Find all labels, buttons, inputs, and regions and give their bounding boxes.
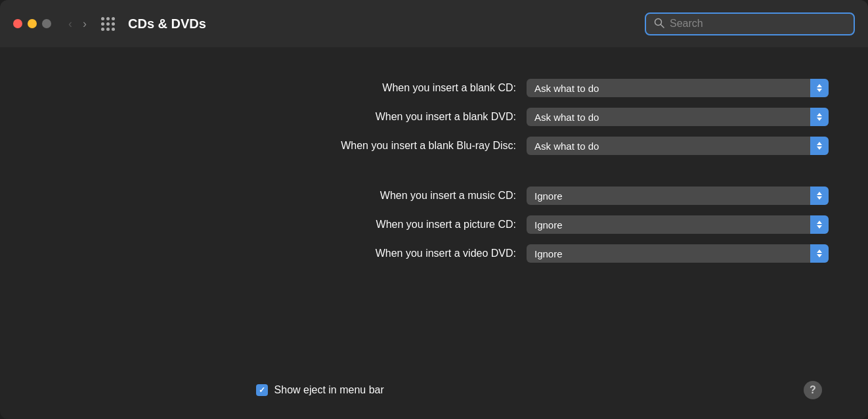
blank-cd-arrow bbox=[810, 79, 829, 97]
setting-label-music-cd: When you insert a music CD: bbox=[293, 190, 516, 202]
chevron-down-icon bbox=[817, 225, 822, 229]
chevron-down-icon bbox=[817, 196, 822, 200]
search-box[interactable] bbox=[645, 12, 855, 35]
dot bbox=[106, 28, 110, 31]
app-grid-dots bbox=[101, 17, 115, 31]
blank-bluray-value: Ask what to do bbox=[527, 141, 810, 152]
blank-dvd-arrow bbox=[810, 108, 829, 126]
checkmark-icon: ✓ bbox=[259, 386, 265, 395]
setting-label-blank-bluray: When you insert a blank Blu-ray Disc: bbox=[293, 140, 516, 152]
main-content: When you insert a blank CD: Ask what to … bbox=[0, 47, 868, 419]
chevron-up-icon bbox=[817, 221, 822, 224]
setting-label-video-dvd: When you insert a video DVD: bbox=[293, 248, 516, 259]
checkbox-row: ✓ Show eject in menu bar bbox=[256, 384, 384, 396]
search-icon bbox=[654, 18, 664, 30]
video-dvd-arrow bbox=[810, 244, 829, 263]
video-dvd-value: Ignore bbox=[527, 248, 810, 259]
svg-line-1 bbox=[661, 24, 664, 28]
picture-cd-arrow bbox=[810, 215, 829, 234]
setting-label-blank-cd: When you insert a blank CD: bbox=[293, 82, 516, 94]
chevron-down-icon bbox=[817, 118, 822, 121]
table-row: When you insert a blank DVD: Ask what to… bbox=[39, 102, 829, 131]
chevron-up-icon bbox=[817, 84, 822, 87]
close-button[interactable] bbox=[13, 19, 22, 28]
table-row: When you insert a picture CD: Ignore bbox=[39, 210, 829, 239]
dot bbox=[106, 22, 110, 26]
music-cd-arrow bbox=[810, 187, 829, 205]
back-button[interactable]: ‹ bbox=[64, 16, 76, 31]
forward-button[interactable]: › bbox=[79, 16, 91, 31]
blank-cd-select[interactable]: Ask what to do bbox=[527, 79, 829, 97]
media-type-group: When you insert a music CD: Ignore When … bbox=[39, 181, 829, 268]
blank-dvd-select[interactable]: Ask what to do bbox=[527, 108, 829, 126]
chevron-down-icon bbox=[817, 254, 822, 257]
nav-arrows: ‹ › bbox=[64, 16, 91, 31]
zoom-button[interactable] bbox=[42, 19, 51, 28]
window-controls bbox=[13, 19, 51, 28]
chevron-up-icon bbox=[817, 250, 822, 253]
blank-media-group: When you insert a blank CD: Ask what to … bbox=[39, 74, 829, 160]
setting-label-picture-cd: When you insert a picture CD: bbox=[293, 219, 516, 231]
dot bbox=[101, 22, 104, 26]
dot bbox=[101, 28, 104, 31]
blank-dvd-value: Ask what to do bbox=[527, 112, 810, 123]
setting-label-blank-dvd: When you insert a blank DVD: bbox=[293, 111, 516, 123]
page-title: CDs & DVDs bbox=[128, 16, 637, 32]
dot bbox=[101, 17, 104, 20]
search-input[interactable] bbox=[670, 18, 846, 30]
grid-icon[interactable] bbox=[101, 17, 115, 31]
chevron-up-icon bbox=[817, 113, 822, 116]
chevron-up-icon bbox=[817, 192, 822, 195]
dot bbox=[112, 17, 115, 20]
dot bbox=[112, 28, 115, 31]
show-eject-checkbox[interactable]: ✓ bbox=[256, 384, 268, 396]
video-dvd-select[interactable]: Ignore bbox=[527, 244, 829, 263]
chevron-down-icon bbox=[817, 89, 822, 92]
music-cd-select[interactable]: Ignore bbox=[527, 187, 829, 205]
table-row: When you insert a video DVD: Ignore bbox=[39, 239, 829, 268]
help-button[interactable]: ? bbox=[804, 381, 822, 399]
chevron-down-icon bbox=[817, 146, 822, 150]
music-cd-value: Ignore bbox=[527, 190, 810, 202]
dot bbox=[112, 22, 115, 26]
blank-cd-value: Ask what to do bbox=[527, 83, 810, 94]
chevron-up-icon bbox=[817, 142, 822, 145]
picture-cd-value: Ignore bbox=[527, 219, 810, 231]
blank-bluray-arrow bbox=[810, 137, 829, 155]
window: ‹ › CDs & DVDs bbox=[0, 0, 868, 419]
dot bbox=[106, 17, 110, 20]
bottom-row: ✓ Show eject in menu bar ? bbox=[39, 381, 829, 399]
blank-bluray-select[interactable]: Ask what to do bbox=[527, 137, 829, 155]
show-eject-label: Show eject in menu bar bbox=[274, 384, 384, 396]
minimize-button[interactable] bbox=[28, 19, 37, 28]
table-row: When you insert a blank CD: Ask what to … bbox=[39, 74, 829, 102]
picture-cd-select[interactable]: Ignore bbox=[527, 215, 829, 234]
table-row: When you insert a music CD: Ignore bbox=[39, 181, 829, 210]
table-row: When you insert a blank Blu-ray Disc: As… bbox=[39, 131, 829, 160]
titlebar: ‹ › CDs & DVDs bbox=[0, 0, 868, 47]
